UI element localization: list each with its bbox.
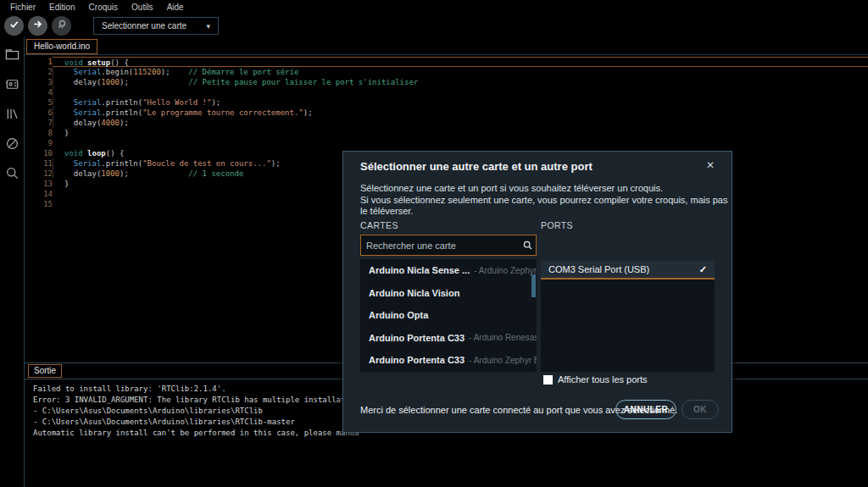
menu-bar: FichierEditionCroquisOutilsAide bbox=[0, 0, 868, 14]
board-item[interactable]: Arduino Nicla Vision bbox=[360, 282, 537, 305]
port-name: COM3 Serial Port (USB) bbox=[548, 264, 649, 274]
select-board-port-dialog: Sélectionner une autre carte et un autre… bbox=[342, 151, 732, 433]
toolbar: Selectionner une carte ▾ bbox=[0, 14, 868, 37]
board-search-box bbox=[360, 235, 537, 256]
activity-bar bbox=[0, 37, 25, 487]
code-line[interactable]: 6 Serial.println("Le programme tourne co… bbox=[25, 108, 868, 118]
board-name: Arduino Portenta C33 bbox=[369, 333, 465, 343]
code-line[interactable]: 7 delay(4000); bbox=[25, 118, 868, 128]
code-line[interactable]: 3 delay(1000); // Petite pause pour lais… bbox=[25, 77, 868, 87]
board-name: Arduino Portenta C33 bbox=[369, 355, 465, 365]
search-sidebar-icon[interactable] bbox=[4, 165, 20, 181]
code-text: Serial.println("Hello World !"); bbox=[53, 97, 868, 108]
line-number: 15 bbox=[25, 199, 53, 209]
board-platform: - Arduino Zephyr Boards... bbox=[469, 356, 537, 365]
code-line[interactable]: 8} bbox=[25, 128, 868, 138]
code-line[interactable]: 9 bbox=[25, 138, 868, 148]
board-item[interactable]: Arduino Portenta C33- Arduino Renesas Po… bbox=[360, 327, 537, 350]
code-line[interactable]: 5 Serial.println("Hello World !"); bbox=[25, 97, 868, 108]
line-number: 6 bbox=[25, 108, 53, 118]
line-number: 3 bbox=[25, 77, 53, 87]
tab-sortie[interactable]: Sortie bbox=[28, 364, 62, 378]
code-text: Serial.begin(115200); // Démarre le port… bbox=[53, 67, 868, 77]
code-text: delay(1000); // Petite pause pour laisse… bbox=[53, 77, 868, 87]
line-number: 10 bbox=[25, 148, 53, 158]
board-platform: - Arduino Zephyr Board... bbox=[474, 266, 537, 275]
chevron-down-icon: ▾ bbox=[206, 22, 210, 30]
cancel-button[interactable]: ANNULER bbox=[615, 400, 676, 419]
dialog-description: Sélectionnez une carte et un port si vou… bbox=[360, 183, 732, 218]
board-item[interactable]: Arduino Opta bbox=[360, 304, 537, 327]
board-selector-label: Selectionner une carte bbox=[102, 21, 186, 30]
line-number: 1 bbox=[25, 57, 53, 67]
board-name: Arduino Opta bbox=[369, 310, 428, 320]
line-number: 11 bbox=[25, 158, 53, 169]
checkmark-icon: ✓ bbox=[699, 264, 707, 275]
code-text bbox=[53, 138, 868, 148]
menu-item-outils[interactable]: Outils bbox=[125, 1, 160, 14]
boards-manager-icon[interactable] bbox=[4, 76, 20, 92]
dialog-description-line2: Si vous sélectionnez seulement une carte… bbox=[360, 195, 732, 218]
ok-button[interactable]: OK bbox=[682, 400, 719, 419]
close-icon[interactable]: ✕ bbox=[706, 159, 715, 171]
board-search-input[interactable] bbox=[361, 241, 519, 251]
board-selector-dropdown[interactable]: Selectionner une carte ▾ bbox=[93, 17, 219, 35]
boards-list: Arduino Nicla Sense ...- Arduino Zephyr … bbox=[360, 259, 537, 372]
line-number: 8 bbox=[25, 128, 53, 138]
menu-item-croquis[interactable]: Croquis bbox=[82, 1, 125, 14]
board-name: Arduino Nicla Sense ... bbox=[369, 265, 470, 275]
ports-column-header: PORTS bbox=[541, 220, 573, 230]
line-number: 12 bbox=[25, 169, 53, 179]
code-text bbox=[53, 87, 868, 97]
code-text: void setup() { bbox=[53, 57, 868, 67]
code-text: delay(4000); bbox=[53, 118, 868, 128]
dialog-description-line1: Sélectionnez une carte et un port si vou… bbox=[360, 183, 732, 195]
port-item-com3[interactable]: COM3 Serial Port (USB) ✓ bbox=[541, 261, 715, 279]
code-line[interactable]: 2 Serial.begin(115200); // Démarre le po… bbox=[25, 67, 868, 77]
editor-tab-bar: Hello-world.ino bbox=[25, 37, 868, 54]
code-line[interactable]: 4 bbox=[25, 87, 868, 97]
code-text: } bbox=[53, 128, 868, 138]
debug-sidebar-icon[interactable] bbox=[4, 136, 20, 152]
code-text: Serial.println("Le programme tourne corr… bbox=[53, 108, 868, 118]
search-icon bbox=[519, 235, 536, 255]
scrollbar-thumb[interactable] bbox=[531, 274, 536, 297]
board-item[interactable]: Arduino Portenta C33- Arduino Zephyr Boa… bbox=[360, 349, 537, 372]
check-icon bbox=[8, 18, 20, 34]
menu-item-fichier[interactable]: Fichier bbox=[3, 1, 42, 14]
boards-column-header: CARTES bbox=[360, 220, 398, 230]
tab-hello-world-ino[interactable]: Hello-world.ino bbox=[26, 39, 97, 54]
ports-list: COM3 Serial Port (USB) ✓ bbox=[541, 261, 715, 372]
board-item[interactable]: Arduino Nicla Sense ...- Arduino Zephyr … bbox=[360, 259, 537, 282]
verify-button[interactable] bbox=[4, 16, 24, 36]
dialog-title: Sélectionner une autre carte et un autre… bbox=[360, 160, 593, 173]
arrow-right-icon bbox=[31, 18, 44, 34]
debug-icon bbox=[55, 18, 68, 34]
line-number: 9 bbox=[25, 138, 53, 148]
board-name: Arduino Nicla Vision bbox=[369, 288, 459, 298]
debug-button[interactable] bbox=[52, 16, 71, 36]
show-all-ports-label: Afficher tous les ports bbox=[558, 374, 648, 385]
show-all-ports-row: Afficher tous les ports bbox=[543, 374, 648, 385]
code-line[interactable]: 1void setup() { bbox=[25, 57, 868, 67]
menu-item-aide[interactable]: Aide bbox=[160, 1, 191, 14]
line-number: 5 bbox=[25, 97, 53, 108]
line-number: 2 bbox=[25, 67, 53, 77]
library-manager-icon[interactable] bbox=[4, 106, 20, 122]
line-number: 13 bbox=[25, 179, 53, 189]
menu-item-edition[interactable]: Edition bbox=[42, 1, 82, 14]
line-number: 4 bbox=[25, 87, 53, 97]
line-number: 14 bbox=[25, 189, 53, 199]
board-platform: - Arduino Renesas Porte... bbox=[469, 333, 537, 342]
sketchbook-folder-icon[interactable] bbox=[4, 47, 20, 63]
upload-button[interactable] bbox=[28, 16, 47, 36]
show-all-ports-checkbox[interactable] bbox=[543, 375, 553, 385]
line-number: 7 bbox=[25, 118, 53, 128]
